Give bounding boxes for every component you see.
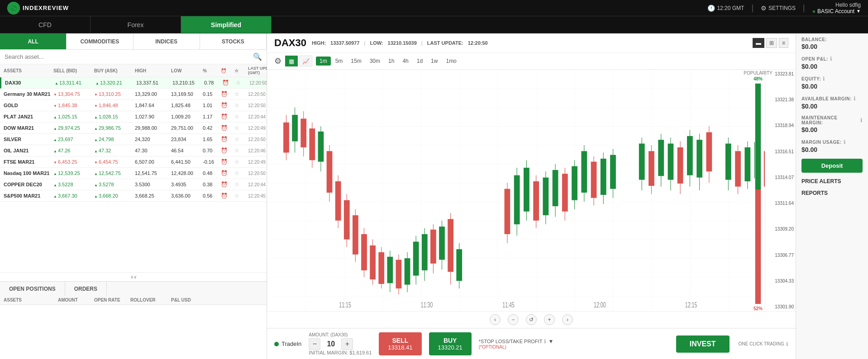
invest-button[interactable]: INVEST — [676, 335, 730, 353]
alarm-icon[interactable]: ⏰ — [221, 170, 234, 176]
expand-button[interactable]: ∧∨ — [0, 272, 267, 281]
tf-btn-5m[interactable]: 5m — [332, 57, 347, 66]
chart-nav-prev[interactable]: ‹ — [490, 314, 501, 325]
tab-orders[interactable]: ORDERS — [65, 282, 107, 296]
tf-btn-1h[interactable]: 1h — [385, 57, 398, 66]
chart-settings-gear-icon[interactable]: ⚙ — [274, 56, 281, 66]
chart-type-line[interactable]: 📈 — [300, 56, 312, 66]
tf-btn-1w[interactable]: 1w — [427, 57, 441, 66]
popularity-section: POPULARITY 48% 52% — [751, 70, 765, 311]
chart-type-candle[interactable]: ▦ — [285, 56, 298, 66]
tab-simplified[interactable]: Simplified — [181, 16, 272, 33]
price-alerts-link[interactable]: PRICE ALERTS — [801, 178, 863, 184]
star-icon[interactable]: ☆ — [234, 147, 248, 154]
asset-row[interactable]: DOW MAR21 29,974.25 29,986.75 29,988.00 … — [0, 123, 267, 134]
alarm-icon[interactable]: ⏰ — [221, 113, 234, 120]
svg-rect-42 — [448, 219, 453, 272]
star-icon[interactable]: ☆ — [234, 170, 248, 176]
svg-rect-38 — [430, 230, 436, 264]
alarm-icon[interactable]: ⏰ — [221, 136, 234, 142]
chart-nav-minus[interactable]: − — [508, 314, 519, 325]
low-price: 13,210.15 — [172, 80, 204, 85]
star-icon[interactable]: ☆ — [234, 113, 248, 120]
cat-tab-indices[interactable]: INDICES — [134, 33, 200, 49]
star-icon[interactable]: ☆ — [234, 181, 248, 188]
svg-rect-14 — [327, 151, 333, 193]
tab-cfd[interactable]: CFD — [0, 16, 91, 33]
asset-row[interactable]: GOLD 1,845.38 1,846.48 1,847.64 1,825.48… — [0, 100, 267, 111]
alarm-icon[interactable]: ⏰ — [221, 102, 234, 109]
star-icon[interactable]: ☆ — [234, 193, 248, 199]
account-block[interactable]: Hello sdfig ● BASIC Account ▼ — [812, 2, 861, 14]
asset-row[interactable]: SILVER 23,697 24,798 24,320 23,834 1.65 … — [0, 134, 267, 145]
star-icon[interactable]: ☆ — [234, 136, 248, 142]
tf-btn-1d[interactable]: 1d — [413, 57, 426, 66]
view-btn-lines[interactable]: ≡ — [779, 38, 788, 48]
col-pct: % — [203, 68, 221, 73]
sell-button[interactable]: SELL 13318.41 — [379, 332, 421, 355]
alarm-icon[interactable]: ⏰ — [222, 80, 236, 86]
deposit-button[interactable]: Deposit — [801, 159, 863, 173]
tf-btn-4h[interactable]: 4h — [399, 57, 412, 66]
alarm-icon[interactable]: ⏰ — [221, 159, 234, 165]
asset-row[interactable]: OIL JAN21 47.26 47.32 47.30 46.54 0.70 ⏰… — [0, 145, 267, 156]
separator: | — [364, 40, 365, 46]
info-icon-2: ℹ — [786, 341, 788, 347]
asset-row[interactable]: S&P500 MAR21 3,667.30 3,668.20 3,668.25 … — [0, 190, 267, 202]
buy-button[interactable]: BUY 13320.21 — [429, 332, 472, 355]
tf-btn-15m[interactable]: 15m — [347, 57, 365, 66]
col-assets: ASSETS — [4, 298, 58, 302]
search-icon[interactable]: 🔍 — [253, 52, 262, 61]
tab-open-positions[interactable]: OPEN POSITIONS — [0, 282, 65, 296]
cat-tab-commodities[interactable]: COMMODITIES — [67, 33, 133, 49]
svg-rect-76 — [668, 144, 674, 180]
account-type[interactable]: ● BASIC Account ▼ — [812, 8, 861, 14]
chevron-down-icon[interactable]: ▼ — [548, 338, 553, 345]
chart-nav-next[interactable]: › — [562, 314, 573, 325]
info-icon-equity[interactable]: ℹ — [823, 76, 825, 82]
star-icon[interactable]: ☆ — [234, 125, 248, 131]
amount-increase-button[interactable]: + — [341, 338, 353, 350]
last-update: 12:20:45 — [248, 194, 267, 198]
alarm-icon[interactable]: ⏰ — [221, 147, 234, 154]
star-icon[interactable]: ☆ — [236, 80, 249, 86]
asset-row[interactable]: COPPER DEC20 3.5228 3.5278 3.5300 3.4935… — [0, 179, 267, 190]
asset-row[interactable]: FTSE MAR21 6,453.25 6,454.75 6,507.00 6,… — [0, 156, 267, 168]
view-btn-bar[interactable]: ▬ — [753, 38, 764, 48]
info-icon-maint-margin[interactable]: ℹ — [860, 117, 863, 123]
sell-price: 3.5228 — [53, 182, 94, 187]
asset-row[interactable]: Germany 30 MAR21 13,304.75 13,310.25 13,… — [0, 89, 267, 100]
topbar-left: INDEXREVIEW — [7, 2, 69, 14]
alarm-icon[interactable]: ⏰ — [221, 193, 234, 199]
asset-row[interactable]: PLAT JAN21 1,025.15 1,028.15 1,027.90 1,… — [0, 111, 267, 123]
star-icon[interactable]: ☆ — [234, 102, 248, 109]
info-icon-avail-margin[interactable]: ℹ — [854, 95, 856, 102]
asset-row[interactable]: DAX30 13,311.41 13,320.21 13,337.51 13,2… — [0, 77, 267, 89]
chart-nav-refresh[interactable]: ↺ — [526, 314, 537, 325]
reports-link[interactable]: REPORTS — [801, 190, 863, 196]
alarm-icon[interactable]: ⏰ — [221, 91, 234, 97]
tf-btn-1m[interactable]: 1m — [316, 57, 331, 66]
info-icon-open-pl[interactable]: ℹ — [830, 56, 832, 62]
buy-price: 12,542.75 — [94, 170, 135, 176]
chart-nav-plus[interactable]: + — [544, 314, 555, 325]
star-icon[interactable]: ☆ — [234, 91, 248, 97]
view-btn-grid[interactable]: ⊞ — [766, 38, 777, 48]
tf-btn-1mo[interactable]: 1mo — [442, 57, 460, 66]
tf-btn-30m[interactable]: 30m — [366, 57, 384, 66]
asset-row[interactable]: Nasdaq 100 MAR21 12,539.25 12,542.75 12,… — [0, 168, 267, 179]
cat-tab-stocks[interactable]: STOCKS — [200, 33, 267, 49]
alarm-icon[interactable]: ⏰ — [221, 181, 234, 188]
svg-text:12:15: 12:15 — [685, 300, 697, 309]
settings-block[interactable]: ⚙ SETTINGS — [761, 5, 796, 12]
star-icon[interactable]: ☆ — [234, 159, 248, 165]
sell-price: 6,453.25 — [53, 159, 94, 165]
alarm-icon[interactable]: ⏰ — [221, 125, 234, 131]
tab-forex[interactable]: Forex — [91, 16, 181, 33]
amount-decrease-button[interactable]: − — [309, 338, 320, 350]
cat-tab-all[interactable]: ALL — [0, 33, 67, 49]
info-icon-margin-usage[interactable]: ℹ — [844, 139, 846, 145]
chart-column: DAX30 HIGH: 13337.50977 | LOW: 13210.150… — [267, 33, 796, 359]
settings-label[interactable]: SETTINGS — [768, 5, 796, 11]
search-input[interactable] — [5, 53, 249, 60]
